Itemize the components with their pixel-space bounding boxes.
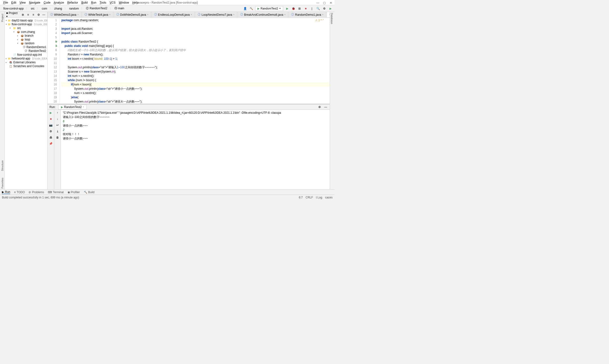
editor-body[interactable]: ⚠ 1 ^ ˅ 123456▶7▶89101112131415161718192… bbox=[48, 18, 330, 104]
code-line[interactable]: System.out.println(class="str">"请猜大一点的数~… bbox=[61, 99, 330, 104]
bottom-tab-run[interactable]: ▶Run bbox=[2, 190, 10, 194]
menu-item-tools[interactable]: Tools bbox=[98, 0, 108, 5]
code-line[interactable]: public static void main(String[] args) { bbox=[61, 44, 330, 48]
rerun-button[interactable]: ▶ bbox=[49, 111, 53, 115]
close-icon[interactable]: × bbox=[109, 13, 111, 16]
code-line[interactable] bbox=[61, 61, 330, 65]
status-item[interactable]: 6:7 bbox=[299, 196, 303, 199]
debug-button[interactable]: 🐞 bbox=[291, 6, 296, 11]
panel-settings-icon[interactable]: ⚙ bbox=[36, 13, 41, 17]
run-line-icon[interactable]: ▶ bbox=[56, 39, 58, 44]
project-tree[interactable]: ▾📁day02-basic-appD:\code_IDE▾📁flow-contr… bbox=[5, 18, 47, 189]
bottom-tab-profiler[interactable]: ◉Profiler bbox=[67, 191, 80, 194]
select-file-icon[interactable]: ⊕ bbox=[21, 13, 25, 17]
tree-item-day02-basic-app[interactable]: ▾📁day02-basic-appD:\code_IDE bbox=[5, 19, 47, 22]
code-line[interactable]: System.out.println(class="str">"请输入1~100… bbox=[61, 65, 330, 69]
wrap-icon[interactable]: ↩ bbox=[55, 123, 60, 127]
run-anything-button[interactable]: ▶ bbox=[328, 6, 333, 11]
menu-item-edit[interactable]: Edit bbox=[10, 0, 18, 5]
expand-all-icon[interactable]: ≡ bbox=[26, 13, 30, 17]
gutter-line[interactable]: 9 bbox=[48, 52, 57, 57]
code-line[interactable]: num = s.nextInt(); bbox=[61, 91, 330, 95]
gutter-line[interactable]: 18 bbox=[48, 91, 57, 95]
gutter-line[interactable]: 8 bbox=[48, 48, 57, 52]
close-icon[interactable]: × bbox=[147, 13, 148, 16]
user-icon[interactable]: 👤 bbox=[243, 6, 247, 11]
tree-item-scratches-and-consoles[interactable]: 📋Scratches and Consoles bbox=[5, 64, 47, 68]
stop-run-button[interactable]: ■ bbox=[49, 117, 53, 121]
editor-tab-LoopNestedDemo7[interactable]: ⒿLoopNestedDemo7.java× bbox=[195, 12, 237, 17]
menu-item-analyze[interactable]: Analyze bbox=[52, 0, 65, 5]
close-icon[interactable]: × bbox=[191, 13, 192, 16]
hide-run-icon[interactable]: — bbox=[324, 105, 328, 109]
tree-item-flow-control-app[interactable]: ▾📁flow-control-appD:\code_IDE bbox=[5, 22, 47, 26]
menu-item-build[interactable]: Build bbox=[80, 0, 89, 5]
code-line[interactable]: int boom = r.nextInt( bound: 100-1) + 1; bbox=[61, 57, 330, 61]
status-item[interactable]: caces bbox=[325, 196, 333, 199]
breadcrumb-random[interactable]: random bbox=[68, 6, 80, 11]
tree-item-flow-control-app-iml[interactable]: 📄flow-control-app.iml bbox=[5, 53, 47, 57]
menu-item-window[interactable]: Window bbox=[117, 0, 130, 5]
gutter-line[interactable]: 12 bbox=[48, 65, 57, 69]
gutter-line[interactable]: 6▶ bbox=[48, 39, 57, 44]
menu-item-view[interactable]: View bbox=[18, 0, 27, 5]
breadcrumb-main[interactable]: ⓜ main bbox=[113, 6, 126, 11]
tree-item-branch[interactable]: ▸📦branch bbox=[5, 34, 47, 38]
close-icon[interactable]: × bbox=[77, 13, 79, 16]
code-line[interactable]: }else{ bbox=[61, 95, 330, 99]
build-button[interactable]: 🔨 bbox=[249, 6, 253, 11]
breadcrumb-zhang[interactable]: zhang bbox=[53, 6, 64, 11]
tree-item-loop[interactable]: ▸📦loop bbox=[5, 38, 47, 41]
code-line[interactable]: int num = s.nextInt(); bbox=[61, 74, 330, 78]
tree-item-helloworld-app[interactable]: ▸📁helloworld-appD:\code_IDEA bbox=[5, 57, 47, 60]
close-icon[interactable]: × bbox=[83, 106, 84, 108]
gutter-line[interactable]: 13 bbox=[48, 69, 57, 74]
code-line[interactable]: if(num < boom){ bbox=[61, 82, 330, 87]
console-output[interactable]: "C:\Program Files\Java\jdk-17\bin\java.e… bbox=[61, 110, 330, 189]
clear-icon[interactable]: 🗑 bbox=[55, 135, 60, 140]
tree-item-randomdemo1[interactable]: ⒿRandomDemo1 bbox=[5, 45, 47, 49]
close-button[interactable]: ✕ bbox=[330, 1, 333, 4]
tools-icon[interactable]: ⚙ bbox=[49, 129, 53, 133]
run-tab[interactable]: ▶ RandomTest2 × bbox=[58, 105, 87, 109]
editor-tab-WhileDemo3[interactable]: ⒿWhileDemo3.java× bbox=[48, 12, 81, 17]
menu-item-code[interactable]: Code bbox=[42, 0, 52, 5]
editor-tab-RandomTest2[interactable]: ⒿRandomTest2.java× bbox=[327, 12, 330, 17]
collapse-all-icon[interactable]: ≡ bbox=[31, 13, 36, 17]
settings-button[interactable]: ⚙ bbox=[322, 6, 326, 11]
run-line-icon[interactable]: ▶ bbox=[56, 44, 58, 48]
menu-item-navigate[interactable]: Navigate bbox=[28, 0, 42, 5]
editor-tab-WhileTest4[interactable]: ⒿWhileTest4.java× bbox=[82, 12, 113, 17]
code-line[interactable]: //随机生成一个1~100之间的数，提示用户猜测，猜大提示猜大，猜小提示小了，直… bbox=[61, 48, 330, 52]
stop-button[interactable]: ■ bbox=[304, 6, 308, 11]
maximize-button[interactable]: ▢ bbox=[323, 1, 326, 4]
gutter-line[interactable]: 14 bbox=[48, 74, 57, 78]
run-button[interactable]: ▶ bbox=[285, 6, 289, 11]
close-icon[interactable]: × bbox=[284, 13, 286, 16]
code-line[interactable] bbox=[61, 35, 330, 39]
code-line[interactable]: System.out.println(class="str">"请猜小一点的数~… bbox=[61, 87, 330, 91]
tree-item-com-zhang[interactable]: ▾📦com.zhang bbox=[5, 30, 47, 34]
camera-icon[interactable]: 📷 bbox=[49, 123, 53, 127]
menu-item-refactor[interactable]: Refactor bbox=[66, 0, 79, 5]
bottom-tab-problems[interactable]: ⊘Problems bbox=[28, 191, 44, 194]
status-item[interactable]: t Log bbox=[316, 196, 322, 199]
editor-tab-RandomDemo1[interactable]: ⒿRandomDemo1.java× bbox=[289, 12, 326, 17]
menu-item-run[interactable]: Run bbox=[90, 0, 98, 5]
run-settings-icon[interactable]: ⚙ bbox=[317, 105, 322, 109]
search-button[interactable]: 🔍 bbox=[316, 6, 320, 11]
gutter-line[interactable]: 3 bbox=[48, 27, 57, 31]
minimize-button[interactable]: — bbox=[316, 1, 319, 4]
status-item[interactable]: CRLF bbox=[306, 196, 313, 199]
gutter-line[interactable]: 20 bbox=[48, 99, 57, 104]
close-icon[interactable]: × bbox=[233, 13, 234, 16]
code-line[interactable]: Scanner s = new Scanner(System.in); bbox=[61, 69, 330, 74]
structure-tool-tab[interactable]: Structure bbox=[1, 159, 4, 172]
project-tool-tab[interactable]: Project bbox=[1, 13, 4, 23]
code-line[interactable]: import java.util.Scanner; bbox=[61, 31, 330, 35]
database-tool-tab[interactable]: Database bbox=[330, 12, 334, 25]
code-line[interactable]: package com.zhang.random; bbox=[61, 18, 330, 22]
editor-tab-DoWhileDemo5[interactable]: ⒿDoWhileDemo5.java× bbox=[114, 12, 151, 17]
bottom-tab-terminal[interactable]: ⌨Terminal bbox=[48, 191, 64, 194]
gutter-line[interactable]: 5 bbox=[48, 35, 57, 39]
